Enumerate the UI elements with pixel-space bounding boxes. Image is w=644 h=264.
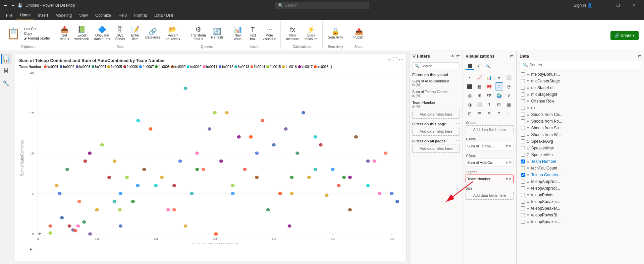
data-item-checkbox[interactable] (521, 186, 525, 190)
sidebar-data-icon[interactable]: 🗄 (1, 66, 11, 76)
viz-donut[interactable]: ◎ (466, 91, 474, 100)
menu-format[interactable]: Format (131, 12, 150, 19)
data-list-item[interactable]: ≡Shoots from Su... (520, 125, 641, 131)
share-button[interactable]: 🔗 Share ▾ (610, 31, 639, 40)
data-item-checkbox[interactable] (521, 153, 525, 157)
menu-home[interactable]: Home (16, 11, 34, 19)
viz-expand-icon[interactable]: ⇄ (510, 54, 514, 59)
chart-filter-icon[interactable]: ▽ (388, 57, 391, 62)
data-list-item[interactable]: ≡teleopSpeaker... (520, 198, 641, 205)
filters-on-page-more-icon[interactable]: ⋯ (456, 122, 460, 126)
data-list-item[interactable]: ΣSpeakerMax (520, 145, 641, 151)
quick-measure-button[interactable]: ⚡Quickmeasure (303, 25, 320, 42)
data-item-checkbox[interactable] (521, 139, 525, 143)
data-item-checkbox[interactable] (521, 113, 525, 117)
save-icon[interactable]: 💾 (17, 3, 23, 8)
filters-all-add-btn[interactable]: Add data fields here (412, 144, 460, 153)
data-item-checkbox[interactable] (521, 92, 525, 96)
filters-on-all-more-icon[interactable]: ⋯ (456, 139, 460, 143)
data-item-checkbox[interactable] (521, 173, 525, 177)
yaxis-dropdown-icon[interactable]: ▾ (506, 160, 508, 165)
filters-visual-add-btn[interactable]: Add data fields here (412, 110, 460, 119)
data-list-item[interactable]: ΣSpeakerMin (520, 151, 641, 158)
enter-data-button[interactable]: 📝Enterdata (128, 25, 142, 42)
close-button[interactable]: ✕ (626, 0, 641, 11)
data-item-checkbox[interactable] (521, 99, 525, 103)
viz-tab-analytics[interactable]: 🔍 (483, 62, 492, 70)
chart-more-icon[interactable]: ⋯ (399, 57, 404, 62)
title-search-input[interactable] (285, 3, 359, 8)
new-visual-button[interactable]: 📊Newvisual (231, 25, 245, 42)
data-item-checkbox[interactable] (521, 220, 525, 224)
data-item-checkbox[interactable] (521, 206, 525, 210)
data-list-item[interactable]: ≡Shoots from Po... (520, 118, 641, 125)
minimize-button[interactable]: — (595, 0, 610, 11)
data-search-input[interactable] (529, 63, 638, 67)
menu-data-drill[interactable]: Data / Drill (151, 12, 176, 19)
yaxis-field-box[interactable]: Sum of AutoCombined ▾ ✕ (466, 158, 514, 167)
excel-workbook-button[interactable]: 📗Excelworkbook (72, 25, 91, 42)
data-item-checkbox[interactable] (521, 200, 525, 204)
data-list-item[interactable]: ≡Offense Role (520, 98, 641, 105)
refresh-button[interactable]: 🔄Refresh (209, 27, 225, 41)
undo-icon[interactable]: ↩ (3, 3, 8, 8)
copy-button[interactable]: Copy (23, 31, 51, 36)
data-panel-expand-icon[interactable]: ⇄ (638, 54, 641, 59)
menu-file[interactable]: File (3, 12, 16, 19)
viz-column[interactable]: ⬛ (466, 82, 474, 90)
legend-remove-icon[interactable]: ✕ (508, 177, 512, 181)
data-item-checkbox[interactable] (521, 106, 525, 110)
data-list-item[interactable]: ≡teleopSpeaker... (520, 205, 641, 212)
menu-optimize[interactable]: Optimize (92, 12, 114, 19)
data-list-item[interactable]: ΣSpeakerAvg (520, 138, 641, 145)
data-panel-search[interactable]: 🔍 (520, 61, 641, 69)
data-list-item[interactable]: ≡Shoots from Ce... (520, 111, 641, 118)
cut-button[interactable]: ✂✂ Cut (23, 27, 51, 31)
recent-sources-button[interactable]: 📂Recentsources ▾ (164, 25, 182, 42)
sidebar-model-icon[interactable]: 🔧 (1, 78, 11, 88)
viz-matrix[interactable]: ▦ (505, 101, 513, 109)
dataverse-button[interactable]: 🔗Dataverse (143, 27, 163, 41)
xaxis-field-box[interactable]: Sum of Teleop Combi... ▾ ✕ (466, 142, 514, 150)
viz-slicer[interactable]: ☰ (475, 110, 483, 118)
filters-on-visual-header[interactable]: Filters on this visual ⋯ (412, 71, 460, 78)
publish-button[interactable]: 📤Publish (352, 27, 367, 41)
viz-gauge[interactable]: ◑ (466, 101, 474, 109)
sensitivity-button[interactable]: 🔒Sensitivity (326, 27, 345, 41)
yaxis-remove-icon[interactable]: ✕ (508, 160, 512, 165)
filter-search-input[interactable] (421, 64, 458, 68)
data-list-item[interactable]: ≡micStageLeft (520, 84, 641, 91)
menu-modeling[interactable]: Modeling (52, 12, 75, 19)
xaxis-dropdown-icon[interactable]: ▾ (506, 144, 508, 148)
redo-icon[interactable]: ↪ (10, 3, 15, 8)
filter-item-team-number[interactable]: Team Number is (All) (412, 99, 460, 110)
legend-scroll-right[interactable]: ❯ (330, 64, 333, 69)
format-painter-button[interactable]: 🖌Format painter (23, 36, 51, 41)
viz-tab-format[interactable]: 🖌 (475, 62, 483, 70)
data-item-checkbox[interactable] (521, 79, 525, 83)
viz-stacked-bar[interactable]: ≡ (495, 73, 503, 81)
legend-field-box[interactable]: Team Number ▾ ✕ (466, 175, 514, 183)
chart-expand-icon[interactable]: ⛶ (393, 57, 397, 62)
filters-hide-icon[interactable]: 👁 (450, 54, 455, 59)
viz-scatter[interactable]: ⁙ (495, 82, 503, 90)
text-box-button[interactable]: TTextbox (246, 25, 260, 42)
maximize-button[interactable]: ❐ (610, 0, 626, 11)
sign-in-button[interactable]: Sign in 👤 (574, 3, 592, 8)
viz-line-chart[interactable]: 📈 (475, 73, 483, 81)
get-data-button[interactable]: 📥Getdata ▾ (58, 25, 71, 42)
data-list-item[interactable]: ≡rp (520, 105, 641, 111)
filters-on-all-header[interactable]: Filters on all pages ⋯ (412, 138, 460, 144)
menu-help[interactable]: Help (115, 12, 130, 19)
data-list-item[interactable]: ≡teleopSpeaker... (520, 218, 641, 225)
data-list-item[interactable]: ≡micStageRight (520, 91, 641, 98)
title-search-box[interactable]: 🔍 (275, 2, 369, 9)
data-item-checkbox[interactable] (521, 159, 525, 163)
filters-page-add-btn[interactable]: Add data fields here (412, 127, 460, 136)
data-list-item[interactable]: ≡Team Number (520, 158, 641, 165)
filters-on-page-header[interactable]: Filters on this page ⋯ (412, 121, 460, 127)
viz-bar-chart[interactable]: ▪ (466, 73, 474, 81)
sidebar-report-icon[interactable]: 📊 (1, 54, 11, 64)
viz-funnel[interactable]: ⊽ (505, 91, 513, 100)
legend-dropdown-icon[interactable]: ▾ (506, 177, 508, 181)
